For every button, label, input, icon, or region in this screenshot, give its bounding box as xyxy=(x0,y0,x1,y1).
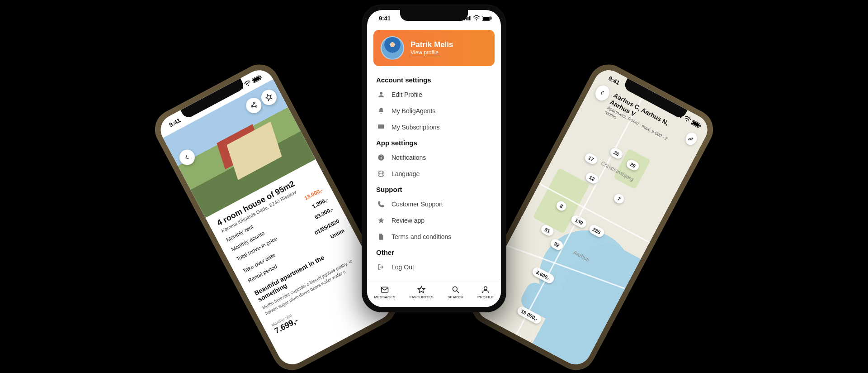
svg-line-42 xyxy=(457,291,459,293)
section-account-title: Account settings xyxy=(367,72,501,86)
status-time: 9:41 xyxy=(168,117,181,128)
tab-messages[interactable]: MESSAGES xyxy=(374,285,396,299)
svg-rect-31 xyxy=(378,124,384,129)
wifi-icon xyxy=(243,79,252,87)
status-time: 9:41 xyxy=(608,75,621,86)
user-icon xyxy=(377,91,385,99)
tab-profile[interactable]: PROFILE xyxy=(477,285,494,299)
svg-rect-25 xyxy=(469,16,471,20)
battery-icon xyxy=(482,16,492,21)
row-customer-support[interactable]: Customer Support xyxy=(367,196,501,212)
bell-icon xyxy=(377,107,385,115)
status-indicators xyxy=(464,15,492,21)
row-subscriptions[interactable]: My Subscriptions xyxy=(367,119,501,135)
row-label: My Subscriptions xyxy=(392,124,440,131)
screen-listing: 9:41 4 room house xyxy=(156,65,396,369)
profile-name: Patrik Melis xyxy=(410,40,453,49)
tab-label: PROFILE xyxy=(477,295,494,299)
row-label: Notifications xyxy=(392,154,426,161)
svg-point-26 xyxy=(476,19,477,21)
row-review-app[interactable]: Review app xyxy=(367,212,501,229)
svg-rect-33 xyxy=(381,157,382,159)
row-edit-profile[interactable]: Edit Profile xyxy=(367,86,501,103)
view-profile-link[interactable]: View profile xyxy=(410,49,453,56)
svg-marker-40 xyxy=(418,287,425,293)
battery-icon xyxy=(251,74,263,83)
row-label: Language xyxy=(392,170,420,177)
svg-line-12 xyxy=(253,105,255,108)
svg-rect-34 xyxy=(381,156,382,157)
row-label: Review app xyxy=(392,217,425,224)
globe-icon xyxy=(377,170,385,178)
phone-icon xyxy=(377,200,385,208)
status-time: 9:41 xyxy=(379,15,391,22)
row-log-out[interactable]: Log Out xyxy=(367,259,501,275)
svg-point-30 xyxy=(380,92,382,95)
house-illustration xyxy=(227,121,282,180)
wifi-icon xyxy=(683,115,692,123)
svg-rect-28 xyxy=(483,17,490,20)
map-cluster-marker[interactable]: 26 xyxy=(609,146,624,160)
favourite-button[interactable] xyxy=(259,87,279,108)
phone-center: 9:41 Patrik Melis View profile Account s… xyxy=(362,5,506,312)
tab-label: MESSAGES xyxy=(374,295,396,299)
map-cluster-marker[interactable]: 7 xyxy=(613,192,626,205)
notch xyxy=(400,10,468,21)
row-label: Log Out xyxy=(392,263,414,271)
row-label: Customer Support xyxy=(392,201,443,208)
tab-label: SEARCH xyxy=(448,295,463,299)
tab-favourites[interactable]: FAVOURITES xyxy=(410,285,434,299)
row-language[interactable]: Language xyxy=(367,166,501,182)
back-button[interactable] xyxy=(177,147,198,168)
rental-period-value: Unlim xyxy=(329,227,345,240)
section-app-title: App settings xyxy=(367,135,501,149)
document-icon xyxy=(377,233,385,241)
row-notifications[interactable]: Notifications xyxy=(367,149,501,166)
row-bolig-agents[interactable]: My BoligAgents xyxy=(367,103,501,119)
section-support-title: Support xyxy=(367,182,501,196)
screen-map: Christiansbjerg Aarhus 26291712781392858… xyxy=(472,65,713,369)
profile-card[interactable]: Patrik Melis View profile xyxy=(373,30,495,66)
tab-label: FAVOURITES xyxy=(410,295,434,299)
map-cluster-marker[interactable]: 285 xyxy=(588,223,606,239)
svg-rect-24 xyxy=(467,17,469,20)
tab-bar: MESSAGES FAVOURITES SEARCH PROFILE xyxy=(367,280,501,307)
logout-icon xyxy=(377,263,385,271)
svg-point-41 xyxy=(453,287,457,291)
svg-point-18 xyxy=(686,120,688,122)
svg-point-10 xyxy=(255,105,257,107)
wifi-icon xyxy=(473,15,480,21)
svg-point-4 xyxy=(248,84,250,86)
svg-rect-6 xyxy=(253,76,260,82)
svg-rect-20 xyxy=(692,121,700,127)
screen-settings: 9:41 Patrik Melis View profile Account s… xyxy=(367,10,501,307)
battery-icon xyxy=(691,120,702,129)
svg-rect-29 xyxy=(491,17,492,19)
svg-point-43 xyxy=(484,287,487,290)
section-other-title: Other xyxy=(367,245,501,259)
svg-marker-13 xyxy=(265,93,273,101)
map-cluster-marker[interactable]: 17 xyxy=(583,152,599,166)
row-terms[interactable]: Terms and conditions xyxy=(367,229,501,245)
tab-search[interactable]: SEARCH xyxy=(448,285,463,299)
star-icon xyxy=(377,216,385,225)
monitor-icon xyxy=(377,123,385,131)
svg-marker-38 xyxy=(378,217,384,223)
row-label: My BoligAgents xyxy=(392,107,435,115)
row-label: Edit Profile xyxy=(392,91,422,98)
info-icon xyxy=(377,153,385,162)
row-label: Terms and conditions xyxy=(392,233,451,240)
avatar xyxy=(381,36,404,60)
